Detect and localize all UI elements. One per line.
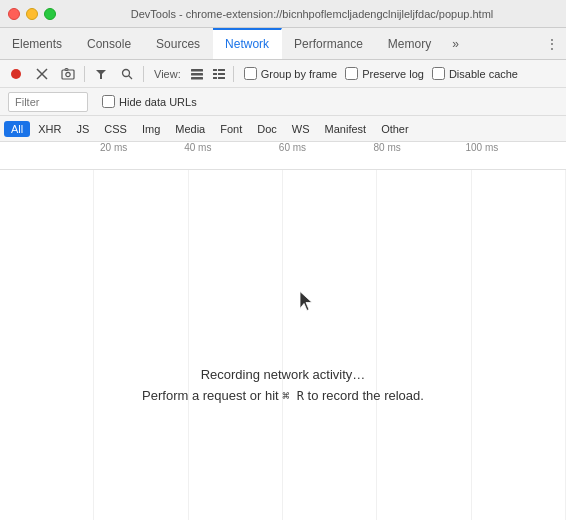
- recording-hint: Perform a request or hit ⌘ R to record t…: [142, 388, 424, 403]
- network-table-area: Recording network activity… Perform a re…: [0, 170, 566, 520]
- type-filter-row: All XHR JS CSS Img Media Font Doc WS Man…: [0, 116, 566, 142]
- tab-performance[interactable]: Performance: [282, 28, 376, 59]
- tab-memory[interactable]: Memory: [376, 28, 444, 59]
- tick-60ms: 60 ms: [279, 142, 306, 153]
- svg-rect-9: [191, 69, 203, 72]
- cmd-r-key: ⌘ R: [282, 389, 304, 403]
- network-toolbar: View: Group by frame Preserve log Disabl…: [0, 60, 566, 88]
- tab-elements[interactable]: Elements: [0, 28, 75, 59]
- filter-button[interactable]: [89, 62, 113, 86]
- tab-network[interactable]: Network: [213, 28, 282, 59]
- svg-line-8: [129, 75, 133, 79]
- maximize-button[interactable]: [44, 8, 56, 20]
- svg-rect-10: [191, 73, 203, 76]
- tab-bar: Elements Console Sources Network Perform…: [0, 28, 566, 60]
- title-bar: DevTools - chrome-extension://bicnhpofle…: [0, 0, 566, 28]
- window-title: DevTools - chrome-extension://bicnhpofle…: [66, 8, 558, 20]
- svg-rect-3: [62, 70, 74, 79]
- clear-button[interactable]: [30, 62, 54, 86]
- tab-console[interactable]: Console: [75, 28, 144, 59]
- search-button[interactable]: [115, 62, 139, 86]
- type-filter-xhr[interactable]: XHR: [31, 121, 68, 137]
- tick-100ms: 100 ms: [465, 142, 498, 153]
- devtools-settings-button[interactable]: ⋮: [538, 28, 566, 59]
- group-by-frame-checkbox[interactable]: [244, 67, 257, 80]
- svg-point-0: [11, 69, 21, 79]
- tick-20ms: 20 ms: [100, 142, 127, 153]
- view-list-button[interactable]: [187, 64, 207, 84]
- timeline-ticks: 20 ms 40 ms 60 ms 80 ms 100 ms: [40, 142, 566, 169]
- record-button[interactable]: [4, 62, 28, 86]
- window-controls: [8, 8, 56, 20]
- svg-point-4: [66, 72, 70, 76]
- disable-cache-checkbox[interactable]: [432, 67, 445, 80]
- type-filter-js[interactable]: JS: [69, 121, 96, 137]
- svg-rect-12: [213, 69, 217, 71]
- type-filter-css[interactable]: CSS: [97, 121, 134, 137]
- type-filter-doc[interactable]: Doc: [250, 121, 284, 137]
- preserve-log-checkbox[interactable]: [345, 67, 358, 80]
- group-by-frame-checkbox-label[interactable]: Group by frame: [244, 67, 337, 80]
- tick-80ms: 80 ms: [374, 142, 401, 153]
- type-filter-ws[interactable]: WS: [285, 121, 317, 137]
- type-filter-all[interactable]: All: [4, 121, 30, 137]
- view-waterfall-button[interactable]: [209, 64, 229, 84]
- filter-input[interactable]: [8, 92, 88, 112]
- toolbar-divider-3: [233, 66, 234, 82]
- disable-cache-checkbox-label[interactable]: Disable cache: [432, 67, 518, 80]
- type-filter-font[interactable]: Font: [213, 121, 249, 137]
- svg-rect-15: [218, 69, 225, 71]
- cursor-icon: [299, 291, 313, 316]
- recording-text: Recording network activity…: [201, 367, 366, 382]
- type-filter-manifest[interactable]: Manifest: [318, 121, 374, 137]
- svg-rect-17: [218, 77, 225, 79]
- hide-data-urls-checkbox-label[interactable]: Hide data URLs: [102, 95, 197, 108]
- svg-rect-16: [218, 73, 225, 75]
- view-label: View:: [154, 68, 181, 80]
- toolbar-divider-2: [143, 66, 144, 82]
- toolbar-divider-1: [84, 66, 85, 82]
- preserve-log-checkbox-label[interactable]: Preserve log: [345, 67, 424, 80]
- svg-point-7: [123, 69, 130, 76]
- type-filter-other[interactable]: Other: [374, 121, 416, 137]
- tick-40ms: 40 ms: [184, 142, 211, 153]
- empty-state: Recording network activity… Perform a re…: [0, 170, 566, 520]
- screenshot-button[interactable]: [56, 62, 80, 86]
- svg-rect-14: [213, 77, 217, 79]
- svg-marker-6: [96, 70, 106, 79]
- filter-row: Hide data URLs: [0, 88, 566, 116]
- minimize-button[interactable]: [26, 8, 38, 20]
- svg-rect-11: [191, 77, 203, 80]
- hide-data-urls-checkbox[interactable]: [102, 95, 115, 108]
- tab-sources[interactable]: Sources: [144, 28, 213, 59]
- type-filter-media[interactable]: Media: [168, 121, 212, 137]
- close-button[interactable]: [8, 8, 20, 20]
- svg-rect-13: [213, 73, 217, 75]
- tab-more-button[interactable]: »: [444, 28, 467, 59]
- type-filter-img[interactable]: Img: [135, 121, 167, 137]
- timeline-header: 20 ms 40 ms 60 ms 80 ms 100 ms: [0, 142, 566, 170]
